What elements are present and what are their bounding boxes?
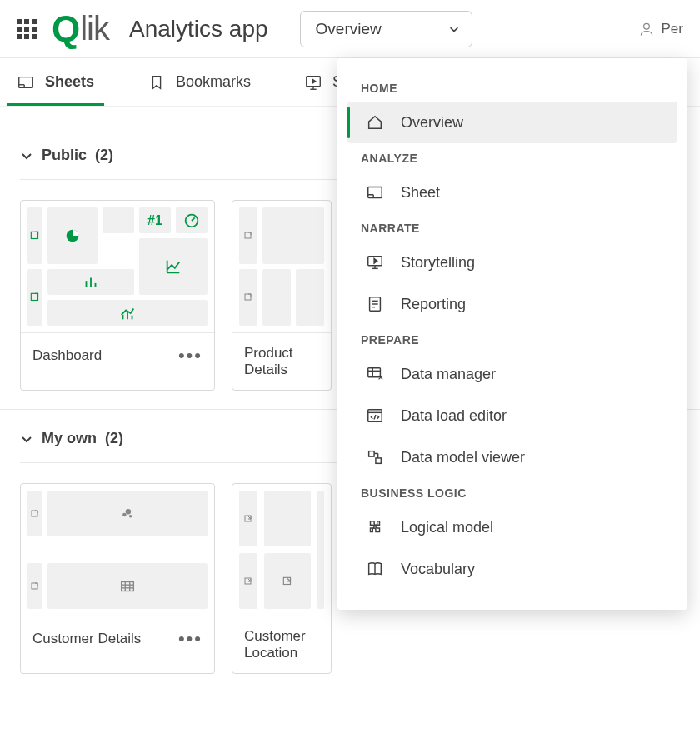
panel-item-sheet[interactable]: Sheet	[348, 172, 678, 213]
panel-item-label: Vocabulary	[401, 561, 475, 578]
view-dropdown-label: Overview	[316, 20, 382, 38]
gauge-icon	[182, 212, 201, 230]
tab-bookmarks-label: Bookmarks	[176, 73, 251, 91]
card-menu-icon[interactable]: •••	[178, 628, 202, 650]
bar-icon	[82, 273, 100, 292]
data-manager-icon	[366, 365, 384, 383]
svg-rect-56	[369, 451, 374, 456]
scatter-icon	[118, 505, 137, 523]
table-icon	[118, 577, 137, 596]
card-title: Dashboard	[32, 347, 102, 364]
user-icon	[638, 21, 655, 37]
panel-item-reporting[interactable]: Reporting	[348, 283, 678, 325]
export-icon	[282, 576, 293, 587]
app-launcher-icon[interactable]	[17, 19, 37, 39]
svg-rect-57	[376, 458, 381, 463]
svg-rect-23	[32, 511, 38, 516]
filter-icon	[30, 509, 40, 519]
svg-rect-21	[245, 232, 251, 238]
svg-line-11	[192, 217, 195, 221]
card-preview	[232, 484, 331, 616]
card-preview: #1	[21, 201, 214, 332]
card-product-details[interactable]: Product Details	[232, 200, 332, 391]
filter-icon	[243, 231, 253, 241]
svg-rect-50	[368, 368, 381, 377]
line-icon	[164, 257, 182, 276]
svg-rect-1	[19, 77, 33, 87]
panel-item-label: Storytelling	[401, 254, 475, 272]
panel-item-logical-model[interactable]: Logical model	[348, 506, 678, 548]
view-dropdown-panel: HOME Overview ANALYZE Sheet NARRATE Stor…	[338, 58, 688, 610]
export-icon	[243, 514, 253, 524]
export-icon	[243, 576, 253, 586]
svg-point-25	[126, 509, 131, 514]
svg-point-0	[643, 23, 649, 29]
svg-marker-43	[374, 258, 378, 263]
svg-rect-22	[245, 294, 251, 300]
filter-icon	[29, 230, 41, 242]
kpi-hash1: #1	[139, 207, 171, 233]
panel-group-business-logic: BUSINESS LOGIC	[348, 478, 678, 506]
tab-sheets[interactable]: Sheets	[7, 58, 104, 106]
home-icon	[366, 113, 384, 132]
top-bar: Qlik Analytics app Overview Per	[0, 0, 700, 58]
card-menu-icon[interactable]: •••	[178, 345, 202, 367]
section-myown-count: (2)	[105, 430, 123, 447]
panel-group-home: HOME	[348, 73, 678, 102]
svg-point-24	[122, 512, 127, 516]
tab-bookmarks[interactable]: Bookmarks	[138, 58, 261, 106]
bookmark-icon	[148, 73, 166, 92]
panel-group-narrate: NARRATE	[348, 213, 678, 242]
qlik-logo[interactable]: Qlik	[52, 8, 109, 50]
panel-item-storytelling[interactable]: Storytelling	[348, 242, 678, 283]
user-menu[interactable]: Per	[638, 21, 683, 37]
card-preview	[21, 484, 214, 616]
panel-item-label: Sheet	[401, 184, 440, 202]
chevron-down-icon	[20, 432, 33, 446]
card-title: Customer Location	[244, 628, 319, 661]
card-title: Customer Details	[32, 631, 141, 647]
card-title: Product Details	[244, 345, 319, 378]
card-footer: Customer Location	[232, 616, 331, 673]
card-customer-location[interactable]: Customer Location	[232, 483, 332, 674]
svg-rect-28	[122, 581, 134, 591]
report-icon	[366, 295, 384, 313]
pie-icon	[63, 227, 82, 245]
card-customer-details[interactable]: Customer Details •••	[20, 483, 215, 674]
book-icon	[366, 560, 384, 578]
panel-item-label: Reporting	[401, 296, 466, 313]
section-myown-label: My own	[42, 430, 97, 447]
panel-group-analyze: ANALYZE	[348, 143, 678, 172]
combo-icon	[118, 304, 137, 322]
puzzle-icon	[366, 518, 384, 536]
svg-rect-8	[31, 232, 38, 238]
card-footer: Dashboard •••	[21, 332, 214, 378]
presentation-icon	[366, 253, 384, 272]
panel-item-label: Logical model	[401, 519, 493, 536]
panel-item-data-model-viewer[interactable]: Data model viewer	[348, 436, 678, 478]
svg-rect-27	[32, 583, 38, 589]
chevron-down-icon	[20, 149, 33, 162]
filter-icon	[243, 292, 253, 302]
logo-q-icon: Q	[52, 8, 79, 50]
panel-item-label: Data manager	[401, 366, 496, 383]
story-icon	[304, 73, 322, 92]
sheet-icon	[17, 73, 35, 92]
view-dropdown[interactable]: Overview	[300, 11, 472, 47]
card-dashboard[interactable]: #1 Dashboard •••	[20, 200, 215, 391]
panel-item-data-manager[interactable]: Data manager	[348, 353, 678, 395]
card-preview	[232, 201, 331, 332]
panel-item-label: Data load editor	[401, 407, 507, 425]
card-footer: Customer Details •••	[21, 616, 214, 661]
filter-icon	[30, 581, 40, 591]
panel-item-vocabulary[interactable]: Vocabulary	[348, 548, 678, 590]
filter-icon	[29, 292, 41, 303]
panel-item-label: Data model viewer	[401, 449, 525, 466]
user-label: Per	[662, 21, 683, 37]
panel-item-data-load-editor[interactable]: Data load editor	[348, 395, 678, 436]
panel-item-label: Overview	[401, 114, 463, 132]
svg-rect-39	[368, 187, 382, 198]
section-public-count: (2)	[95, 147, 113, 164]
panel-item-overview[interactable]: Overview	[348, 102, 678, 143]
sheet-icon	[366, 183, 384, 202]
